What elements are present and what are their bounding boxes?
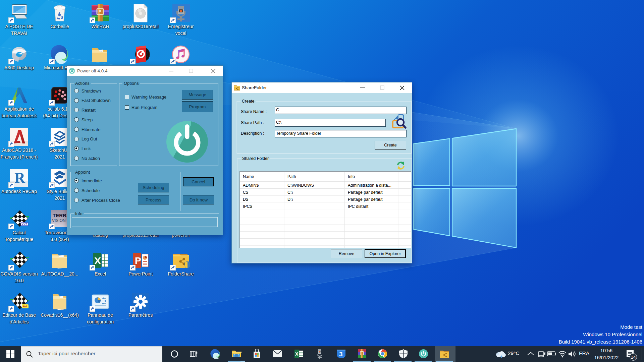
svg-text:Name: Name	[243, 174, 254, 179]
svg-text:IPC distant: IPC distant	[348, 204, 369, 209]
svg-text:Partage par défaut: Partage par défaut	[348, 197, 383, 202]
svg-text:IPC$: IPC$	[243, 204, 252, 209]
svg-text:Art: Art	[23, 305, 27, 308]
svg-text:R: R	[14, 170, 25, 186]
svg-text:3: 3	[339, 351, 343, 358]
svg-text:X: X	[295, 351, 299, 357]
svg-text:C:\: C:\	[287, 190, 293, 195]
svg-text:P: P	[135, 255, 141, 266]
svg-text:XYZ: XYZ	[21, 223, 28, 226]
svg-text:Path: Path	[287, 174, 296, 179]
svg-text:D:\: D:\	[287, 197, 293, 202]
svg-text:C$: C$	[243, 190, 248, 195]
svg-text:ADMIN$: ADMIN$	[243, 183, 259, 188]
svg-text:Info: Info	[348, 174, 355, 179]
svg-text:Partage par défaut: Partage par défaut	[348, 190, 383, 195]
svg-text:X: X	[94, 255, 101, 266]
svg-text:D$: D$	[243, 197, 248, 202]
svg-text:Administration à dista...: Administration à dista...	[348, 183, 391, 188]
svg-text:C:\WINDOWS: C:\WINDOWS	[287, 183, 314, 188]
